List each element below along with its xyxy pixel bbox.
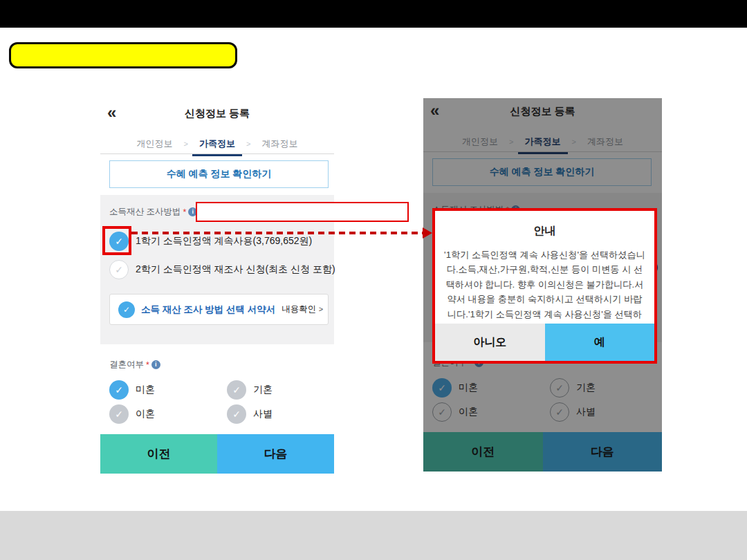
footer-buttons: 이전 다음: [100, 434, 334, 474]
phone-screen-left: « 신청정보 등록 개인정보 > 가족정보 > 계좌정보 수혜 예측 정보 확인…: [100, 100, 334, 474]
radio-single[interactable]: ✓ 미혼: [109, 380, 227, 400]
chevron-right-icon: >: [319, 305, 323, 313]
tab-personal-info[interactable]: 개인정보: [137, 138, 173, 150]
radio-semester1-continue[interactable]: ✓ 1학기 소득인정액 계속사용(3,769,652원): [109, 232, 312, 251]
guide-dialog: 안내 '1학기 소득인정액 계속 사용신청'을 선택하셨습니다.소득,재산,가구…: [432, 208, 657, 364]
annotation-dashed-arrow: [131, 232, 424, 234]
marriage-options: ✓ 미혼 ✓ 기혼 ✓ 이혼 ✓ 사별: [109, 380, 325, 424]
chevron-right-icon: >: [246, 140, 250, 148]
pledge-card[interactable]: ✓ 소득 재산 조사 방법 선택 서약서 내용확인 >: [109, 294, 329, 325]
unchecked-radio-icon[interactable]: ✓: [109, 404, 129, 424]
view-content-link[interactable]: 내용확인 >: [282, 304, 323, 315]
unchecked-radio-icon[interactable]: ✓: [227, 380, 246, 400]
radio-semester2-resurvey[interactable]: ✓ 2학기 소득인정액 재조사 신청(최초 신청 포함): [109, 260, 335, 279]
radio-widowed[interactable]: ✓ 사별: [227, 404, 325, 424]
tab-account-info[interactable]: 계좌정보: [261, 138, 297, 150]
income-section-label: 소득재산 조사방법 * i: [109, 206, 197, 218]
annotation-arrowhead-icon: [423, 227, 432, 239]
phone-screen-right: « 신청정보 등록 개인정보 > 가족정보 > 계좌정보 수혜 예측 정보 확인…: [423, 98, 662, 472]
back-icon[interactable]: «: [107, 102, 116, 123]
dialog-buttons: 아니오 예: [435, 324, 654, 361]
required-mark: *: [146, 360, 149, 370]
info-icon[interactable]: i: [151, 360, 160, 369]
next-button[interactable]: 다음: [217, 434, 334, 474]
checked-radio-icon[interactable]: ✓: [109, 380, 129, 400]
dialog-body-text: '1학기 소득인정액 계속 사용신청'을 선택하셨습니다.소득,재산,가구원,학…: [435, 248, 654, 336]
yellow-highlight-box: [9, 42, 237, 68]
marriage-section-label: 결혼여부 * i: [109, 359, 325, 371]
step-tabs: 개인정보 > 가족정보 > 계좌정보: [100, 133, 334, 154]
dialog-title: 안내: [435, 224, 654, 239]
radio-divorced[interactable]: ✓ 이혼: [109, 404, 227, 424]
annotation-checkbox-highlight: [102, 226, 131, 255]
radio-married[interactable]: ✓ 기혼: [227, 380, 325, 400]
no-button[interactable]: 아니오: [435, 324, 545, 361]
benefit-prediction-button[interactable]: 수혜 예측 정보 확인하기: [109, 160, 329, 188]
screen-header: « 신청정보 등록: [100, 103, 334, 124]
marriage-section: 결혼여부 * i ✓ 미혼 ✓ 기혼 ✓ 이혼 ✓ 사: [109, 359, 325, 424]
annotation-empty-red-box: [196, 202, 409, 222]
bottom-gray-bar: [0, 511, 747, 560]
unchecked-radio-icon[interactable]: ✓: [109, 260, 129, 279]
tab-family-info[interactable]: 가족정보: [199, 138, 235, 150]
unchecked-radio-icon[interactable]: ✓: [227, 404, 246, 424]
yes-button[interactable]: 예: [545, 324, 655, 361]
page-title: 신청정보 등록: [100, 107, 334, 120]
required-mark: *: [183, 207, 186, 217]
page: « 신청정보 등록 개인정보 > 가족정보 > 계좌정보 수혜 예측 정보 확인…: [0, 0, 747, 560]
previous-button[interactable]: 이전: [100, 434, 217, 474]
checked-checkbox-icon[interactable]: ✓: [118, 301, 135, 318]
chevron-right-icon: >: [184, 140, 188, 148]
top-black-bar: [0, 0, 747, 28]
